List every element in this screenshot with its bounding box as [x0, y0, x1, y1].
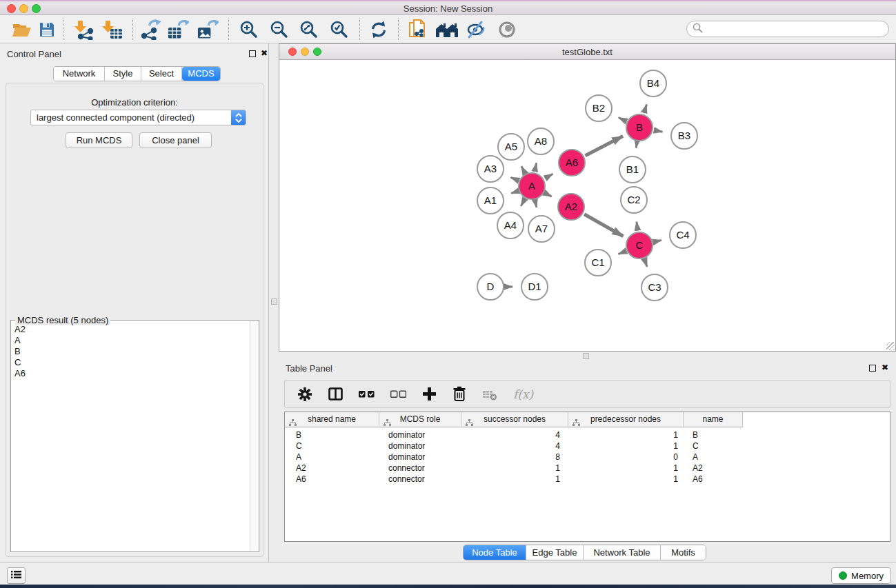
column-header-name[interactable]: name [684, 412, 743, 427]
mcds-result-list[interactable]: A2 A B C A6 [12, 324, 249, 551]
graph-edge-C-C3[interactable] [645, 260, 648, 267]
result-item[interactable]: A6 [12, 368, 249, 379]
node-table[interactable]: shared name MCDS role successor nodes pr… [284, 412, 890, 542]
column-header-predecessor-nodes[interactable]: predecessor nodes [568, 412, 684, 427]
graph-node-A5[interactable]: A5 [498, 134, 524, 160]
graph-node-A[interactable]: A [519, 173, 545, 199]
graph-edge-A2-C[interactable] [584, 214, 623, 236]
table-row[interactable]: A6 connector 1 1 A6 [285, 474, 890, 485]
save-session-icon[interactable] [36, 19, 58, 41]
graph-edge-A-A4[interactable] [521, 199, 524, 206]
graph-node-B1[interactable]: B1 [619, 156, 646, 183]
network-canvas[interactable]: B4B2BB3A5A8A6A3B1AA1C2A2A4A7CC4C1C3DD1 [279, 60, 895, 351]
graph-node-A3[interactable]: A3 [477, 156, 504, 182]
graph-edge-B-B1[interactable] [636, 143, 637, 148]
show-details-icon[interactable] [496, 19, 518, 41]
column-view-icon[interactable] [328, 385, 343, 404]
column-header-shared-name[interactable]: shared name [285, 412, 379, 427]
tab-style[interactable]: Style [105, 67, 141, 81]
search-input[interactable] [706, 24, 883, 34]
settings-gear-icon[interactable] [297, 385, 312, 404]
function-builder-icon[interactable]: f(x) [513, 385, 533, 404]
graph-edge-A6-B[interactable] [586, 136, 624, 156]
graph-node-C3[interactable]: C3 [641, 274, 668, 301]
result-item[interactable]: B [12, 346, 249, 357]
graph-edge-B-B3[interactable] [655, 130, 663, 132]
import-network-icon[interactable] [72, 19, 94, 41]
tab-node-table[interactable]: Node Table [464, 545, 526, 560]
zoom-fit-icon[interactable] [298, 19, 320, 41]
table-row[interactable]: C dominator 4 1 C [285, 440, 890, 452]
zoom-selected-icon[interactable] [328, 19, 350, 41]
criterion-select[interactable]: largest connected component (directed) [30, 110, 246, 125]
graph-edge-B-B2[interactable] [619, 118, 626, 121]
deselect-all-checkboxes-icon[interactable] [390, 385, 406, 404]
export-network-icon[interactable] [140, 19, 162, 41]
graph-node-D1[interactable]: D1 [521, 274, 548, 300]
close-table-panel-icon[interactable]: ✖ [882, 364, 888, 371]
graph-edge-C-C4[interactable] [654, 240, 661, 242]
tab-select[interactable]: Select [141, 67, 182, 81]
graph-edge-A-A8[interactable] [535, 163, 536, 171]
memory-button[interactable]: Memory [831, 567, 891, 584]
tab-edge-table[interactable]: Edge Table [526, 545, 584, 560]
tab-network[interactable]: Network [54, 67, 105, 81]
hide-details-icon[interactable] [465, 19, 487, 41]
result-scrollbar[interactable] [250, 321, 258, 551]
first-neighbors-icon[interactable] [435, 19, 459, 41]
tab-mcds[interactable]: MCDS [182, 67, 220, 81]
graph-edge-A-A5[interactable] [521, 166, 525, 172]
task-history-button[interactable] [7, 567, 26, 584]
open-file-icon[interactable] [10, 19, 32, 41]
graph-edge-A-A7[interactable] [535, 201, 537, 207]
result-item[interactable]: C [12, 357, 249, 368]
graph-node-A7[interactable]: A7 [528, 216, 555, 242]
graph-node-C[interactable]: C [626, 232, 653, 258]
refresh-icon[interactable] [368, 19, 390, 41]
clone-network-icon[interactable] [407, 19, 429, 41]
table-row[interactable]: A2 connector 1 1 A2 [285, 463, 890, 474]
column-header-successor-nodes[interactable]: successor nodes [461, 412, 568, 427]
graph-node-A4[interactable]: A4 [497, 212, 524, 239]
graph-node-B3[interactable]: B3 [671, 123, 697, 149]
float-panel-icon[interactable] [249, 50, 256, 57]
horizontal-splitter-grip[interactable] [583, 353, 589, 359]
run-mcds-button[interactable]: Run MCDS [66, 132, 132, 148]
zoom-in-icon[interactable] [238, 19, 260, 41]
export-image-icon[interactable] [197, 19, 219, 41]
graph-edge-A-A1[interactable] [511, 191, 517, 193]
column-header-mcds-role[interactable]: MCDS role [379, 412, 461, 427]
tab-motifs[interactable]: Motifs [661, 545, 706, 560]
select-all-checkboxes-icon[interactable] [359, 385, 375, 404]
window-resize-grip[interactable] [886, 342, 895, 350]
zoom-out-icon[interactable] [268, 19, 290, 41]
search-field[interactable] [686, 21, 889, 37]
graph-node-A8[interactable]: A8 [528, 128, 554, 154]
close-panel-icon[interactable]: ✖ [261, 50, 268, 57]
graph-edge-C-C1[interactable] [619, 252, 626, 254]
delete-column-icon[interactable] [452, 385, 466, 404]
graph-node-D[interactable]: D [477, 274, 504, 300]
float-table-panel-icon[interactable] [869, 365, 876, 372]
graph-edge-B-B4[interactable] [644, 105, 647, 114]
import-table-icon[interactable] [101, 19, 123, 41]
graph-edge-A-A2[interactable] [546, 193, 552, 196]
result-item[interactable]: A2 [12, 324, 249, 335]
add-column-icon[interactable] [422, 385, 437, 404]
graph-edge-A-A6[interactable] [545, 174, 552, 179]
export-table-icon[interactable] [167, 19, 189, 41]
graph-node-A6[interactable]: A6 [559, 150, 585, 176]
tab-network-table[interactable]: Network Table [584, 545, 661, 560]
graph-node-B4[interactable]: B4 [640, 70, 666, 97]
network-graph[interactable]: B4B2BB3A5A8A6A3B1AA1C2A2A4A7CC4C1C3DD1 [279, 60, 895, 351]
graph-node-B2[interactable]: B2 [586, 95, 612, 121]
graph-node-C4[interactable]: C4 [670, 222, 696, 248]
graph-node-C1[interactable]: C1 [585, 250, 611, 276]
network-window-titlebar[interactable]: testGlobe.txt [279, 44, 895, 60]
vertical-splitter-grip[interactable] [271, 298, 277, 305]
result-item[interactable]: A [12, 335, 249, 346]
graph-node-C2[interactable]: C2 [621, 187, 647, 213]
graph-node-A1[interactable]: A1 [477, 187, 504, 214]
delete-table-icon[interactable] [482, 385, 497, 404]
graph-edge-C-C2[interactable] [637, 222, 638, 230]
